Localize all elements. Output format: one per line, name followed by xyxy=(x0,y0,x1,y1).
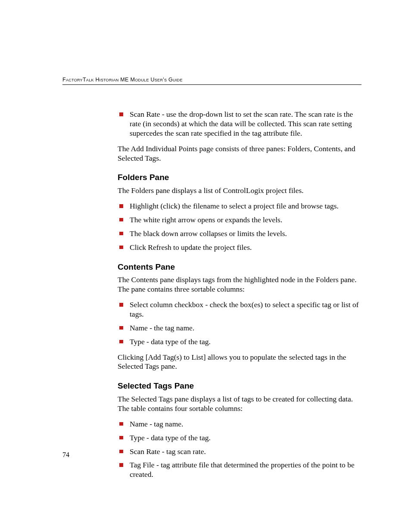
list-item-text: Name - tag name. xyxy=(130,420,183,428)
heading-folders-pane: Folders Pane xyxy=(118,172,359,183)
list-item: Name - tag name. xyxy=(118,420,359,429)
heading-selected-tags-pane: Selected Tags Pane xyxy=(118,381,359,391)
heading-contents-pane: Contents Pane xyxy=(118,262,359,272)
contents-bullet-list: Select column checkbox - check the box(e… xyxy=(118,300,359,347)
list-item-text: Scan Rate - use the drop-down list to se… xyxy=(130,110,353,137)
paragraph: The Folders pane displays a list of Cont… xyxy=(118,186,359,196)
list-item-text: Type - data type of the tag. xyxy=(130,337,211,346)
list-item: Name - the tag name. xyxy=(118,324,359,333)
list-item: Tag File - tag attribute file that deter… xyxy=(118,460,359,479)
running-head: FactoryTalk Historian ME Module User's G… xyxy=(62,77,361,85)
intro-bullet-list: Scan Rate - use the drop-down list to se… xyxy=(118,110,359,138)
list-item: Highlight (click) the filename to select… xyxy=(118,202,359,211)
list-item: Type - data type of the tag. xyxy=(118,433,359,443)
paragraph: The Contents pane displays tags from the… xyxy=(118,275,359,294)
list-item: The black down arrow collapses or limits… xyxy=(118,229,359,239)
selected-tags-bullet-list: Name - tag name. Type - data type of the… xyxy=(118,420,359,479)
list-item-text: The white right arrow opens or expands t… xyxy=(130,215,282,224)
list-item: Scan Rate - use the drop-down list to se… xyxy=(118,110,359,138)
paragraph: Clicking [Add Tag(s) to List] allows you… xyxy=(118,353,359,372)
list-item: Click Refresh to update the project file… xyxy=(118,243,359,252)
paragraph: The Selected Tags pane displays a list o… xyxy=(118,395,359,414)
list-item: Select column checkbox - check the box(e… xyxy=(118,300,359,319)
page: FactoryTalk Historian ME Module User's G… xyxy=(0,0,411,532)
list-item-text: Highlight (click) the filename to select… xyxy=(130,202,339,210)
list-item-text: Select column checkbox - check the box(e… xyxy=(130,300,359,318)
list-item: The white right arrow opens or expands t… xyxy=(118,215,359,225)
list-item-text: Type - data type of the tag. xyxy=(130,433,211,442)
body-content: Scan Rate - use the drop-down list to se… xyxy=(118,110,359,479)
list-item-text: Scan Rate - tag scan rate. xyxy=(130,447,206,456)
folders-bullet-list: Highlight (click) the filename to select… xyxy=(118,202,359,252)
list-item-text: Click Refresh to update the project file… xyxy=(130,243,252,252)
list-item-text: Tag File - tag attribute file that deter… xyxy=(130,460,355,479)
page-number: 74 xyxy=(62,451,69,459)
paragraph: The Add Individual Points page consists … xyxy=(118,144,359,163)
list-item: Type - data type of the tag. xyxy=(118,337,359,347)
list-item-text: Name - the tag name. xyxy=(130,324,194,332)
list-item-text: The black down arrow collapses or limits… xyxy=(130,229,287,238)
list-item: Scan Rate - tag scan rate. xyxy=(118,447,359,457)
